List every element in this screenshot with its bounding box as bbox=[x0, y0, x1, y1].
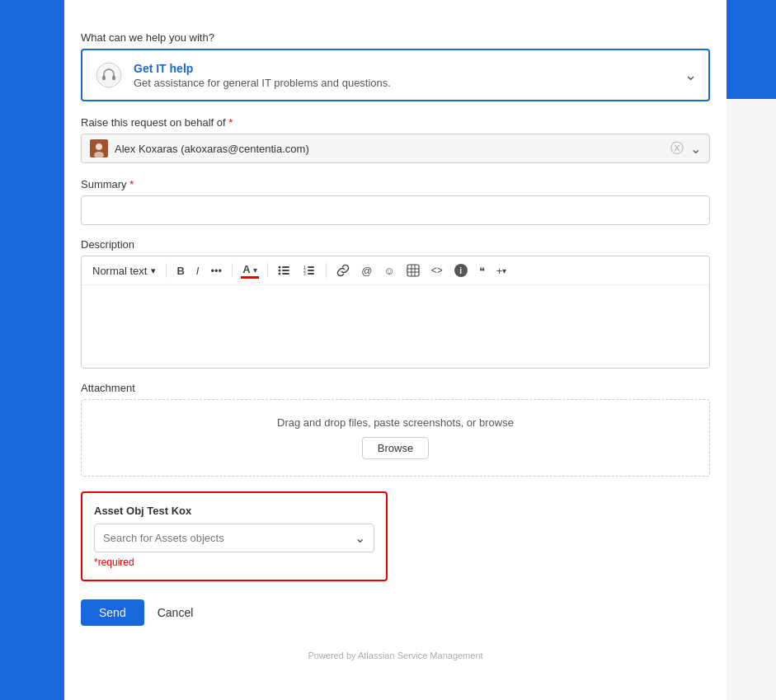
footer-text: Powered by Atlassian Service Management bbox=[308, 651, 482, 660]
italic-button[interactable]: I bbox=[192, 263, 204, 279]
asset-search-input[interactable] bbox=[103, 532, 268, 544]
right-bar bbox=[727, 0, 776, 99]
emoji-button[interactable]: ☺ bbox=[379, 263, 398, 279]
plus-button[interactable]: + ▾ bbox=[492, 263, 511, 279]
svg-point-0 bbox=[96, 63, 121, 87]
link-button[interactable] bbox=[332, 262, 354, 279]
service-selector-left: Get IT help Get assistance for general I… bbox=[94, 60, 391, 90]
svg-rect-11 bbox=[282, 273, 289, 275]
info-button[interactable]: i bbox=[450, 262, 472, 279]
requester-field[interactable]: Alex Koxaras (akoxaras@cententia.com) ⓧ … bbox=[81, 134, 710, 163]
text-style-chevron-icon: ▾ bbox=[151, 265, 156, 276]
svg-text:3.: 3. bbox=[303, 271, 307, 276]
editor-body[interactable] bbox=[82, 285, 709, 368]
text-color-button[interactable]: A ▾ bbox=[238, 261, 261, 280]
help-question-text: What can we help you with? bbox=[81, 31, 214, 44]
svg-rect-2 bbox=[112, 76, 115, 80]
text-style-dropdown[interactable]: Normal text ▾ bbox=[88, 263, 160, 279]
browse-button[interactable]: Browse bbox=[362, 437, 429, 459]
raise-behalf-label: Raise this request on behalf of * bbox=[81, 116, 710, 129]
toolbar-divider-4 bbox=[326, 263, 327, 278]
emoji-label: ☺ bbox=[383, 265, 394, 277]
attachment-label-text: Attachment bbox=[81, 382, 135, 394]
plus-label: + bbox=[496, 265, 503, 277]
form-actions: Send Cancel bbox=[81, 599, 710, 626]
asset-section: Asset Obj Test Kox ⌄ *required bbox=[81, 491, 388, 581]
italic-label: I bbox=[196, 265, 200, 277]
service-chevron-icon: ⌄ bbox=[684, 66, 697, 84]
asset-dropdown-chevron-icon: ⌄ bbox=[355, 530, 365, 546]
summary-required: * bbox=[127, 178, 134, 190]
svg-rect-13 bbox=[308, 266, 314, 268]
cancel-button[interactable]: Cancel bbox=[158, 606, 194, 619]
requester-left: Alex Koxaras (akoxaras@cententia.com) bbox=[90, 139, 309, 157]
color-label: A bbox=[242, 263, 250, 275]
raise-behalf-required: * bbox=[226, 116, 233, 129]
svg-rect-17 bbox=[308, 273, 314, 275]
more-label: ••• bbox=[210, 265, 222, 277]
toolbar-divider-2 bbox=[232, 263, 233, 278]
summary-label-text: Summary bbox=[81, 178, 127, 190]
headset-icon bbox=[94, 60, 124, 90]
service-selector[interactable]: Get IT help Get assistance for general I… bbox=[81, 49, 710, 101]
plus-chevron-icon: ▾ bbox=[502, 266, 506, 275]
svg-point-10 bbox=[279, 273, 281, 275]
table-button[interactable] bbox=[402, 262, 424, 279]
toolbar-divider-1 bbox=[166, 263, 167, 278]
service-info: Get IT help Get assistance for general I… bbox=[134, 62, 391, 89]
avatar bbox=[90, 139, 108, 157]
description-label: Description bbox=[81, 238, 710, 251]
text-style-label: Normal text bbox=[92, 265, 147, 277]
svg-point-8 bbox=[279, 270, 281, 272]
asset-search-dropdown[interactable]: ⌄ bbox=[94, 524, 374, 552]
attachment-area[interactable]: Drag and drop files, paste screenshots, … bbox=[81, 399, 710, 477]
color-underline bbox=[241, 276, 259, 279]
bold-button[interactable]: B bbox=[172, 263, 188, 279]
mention-button[interactable]: @ bbox=[357, 263, 376, 279]
attachment-drag-text: Drag and drop files, paste screenshots, … bbox=[98, 416, 693, 429]
code-button[interactable]: <> bbox=[427, 263, 447, 278]
mention-label: @ bbox=[361, 265, 372, 277]
help-question-label: What can we help you with? bbox=[81, 31, 710, 44]
browse-label: Browse bbox=[378, 442, 413, 454]
main-content: What can we help you with? Get IT help G… bbox=[64, 0, 727, 700]
service-title: Get IT help bbox=[134, 62, 391, 75]
link-icon bbox=[336, 264, 350, 277]
requester-chevron-icon[interactable]: ⌄ bbox=[690, 141, 701, 157]
raise-behalf-text: Raise this request on behalf of bbox=[81, 116, 226, 129]
editor-toolbar: Normal text ▾ B I ••• A ▾ bbox=[82, 256, 709, 285]
svg-point-6 bbox=[279, 266, 281, 269]
asset-required-text: *required bbox=[94, 557, 374, 568]
svg-rect-1 bbox=[102, 76, 106, 80]
code-label: <> bbox=[431, 265, 443, 276]
summary-label: Summary * bbox=[81, 178, 710, 190]
send-label: Send bbox=[99, 606, 126, 619]
info-icon: i bbox=[454, 264, 468, 277]
svg-point-4 bbox=[96, 143, 102, 150]
numbered-list-icon: 1. 2. 3. bbox=[303, 264, 316, 277]
quote-label: ❝ bbox=[479, 265, 485, 277]
table-icon bbox=[407, 264, 420, 277]
footer: Powered by Atlassian Service Management bbox=[81, 651, 710, 660]
bold-label: B bbox=[176, 265, 184, 277]
service-desc: Get assistance for general IT problems a… bbox=[134, 77, 391, 89]
svg-rect-15 bbox=[308, 270, 314, 271]
svg-rect-18 bbox=[407, 265, 419, 276]
numbered-list-button[interactable]: 1. 2. 3. bbox=[299, 262, 320, 279]
summary-input[interactable] bbox=[81, 195, 710, 225]
cancel-label: Cancel bbox=[158, 606, 194, 619]
send-button[interactable]: Send bbox=[81, 599, 144, 626]
bullet-list-icon bbox=[278, 264, 291, 277]
quote-button[interactable]: ❝ bbox=[475, 263, 489, 279]
left-sidebar bbox=[0, 0, 64, 700]
requester-icons: ⓧ ⌄ bbox=[670, 140, 701, 157]
svg-rect-9 bbox=[282, 270, 289, 271]
color-chevron-icon: ▾ bbox=[253, 265, 257, 275]
clear-icon[interactable]: ⓧ bbox=[670, 140, 684, 157]
asset-section-title: Asset Obj Test Kox bbox=[94, 505, 374, 517]
toolbar-divider-3 bbox=[267, 263, 268, 278]
more-formatting-button[interactable]: ••• bbox=[206, 263, 226, 279]
description-label-text: Description bbox=[81, 238, 134, 251]
bullet-list-button[interactable] bbox=[274, 262, 295, 279]
svg-rect-7 bbox=[282, 266, 289, 268]
